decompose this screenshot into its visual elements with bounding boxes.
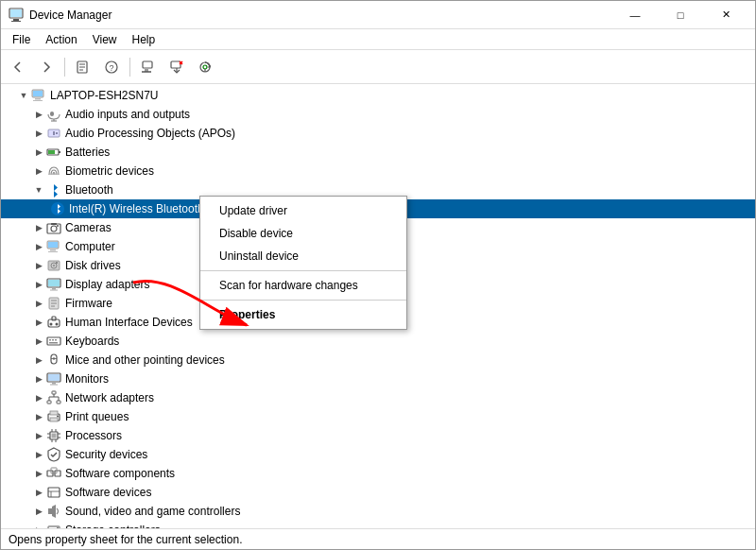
toolbar-sep-1 (64, 58, 65, 77)
properties-button[interactable] (70, 54, 96, 80)
update-driver-menu-item[interactable]: Update driver (200, 199, 406, 222)
refresh-button[interactable] (192, 54, 218, 80)
list-item[interactable]: ▶ Batteries (1, 143, 755, 162)
uninstall-device-menu-item[interactable]: Uninstall device (200, 245, 406, 267)
list-item[interactable]: ▶ Software components (1, 464, 755, 483)
expand-icon[interactable]: ▶ (31, 126, 46, 141)
menu-view[interactable]: View (85, 29, 125, 49)
item-label: Processors (65, 429, 122, 442)
list-item[interactable]: ▶ Software devices (1, 483, 755, 502)
expand-icon[interactable]: ▶ (31, 523, 46, 528)
svg-rect-79 (50, 411, 58, 415)
forward-button[interactable] (33, 54, 60, 80)
list-item[interactable]: ▶ Processors (1, 426, 755, 445)
list-item[interactable]: ▶ Security devices (1, 445, 755, 464)
tree-root[interactable]: ▼ LAPTOP-ESH2SN7U (1, 86, 755, 105)
status-bar: Opens property sheet for the current sel… (1, 528, 755, 549)
list-item[interactable]: ▶ Network adapters (1, 388, 755, 407)
root-label: LAPTOP-ESH2SN7U (50, 89, 159, 102)
bluetooth-expand-icon[interactable]: ▼ (31, 182, 46, 198)
list-item[interactable]: ▶ Audio inputs and outputs (1, 105, 755, 124)
item-label: Batteries (65, 146, 110, 159)
svg-rect-48 (52, 288, 56, 290)
svg-point-35 (51, 226, 57, 232)
svg-rect-49 (50, 290, 58, 291)
expand-icon[interactable]: ▶ (31, 258, 46, 273)
firmware-icon (46, 296, 61, 311)
scan-button[interactable] (135, 54, 162, 80)
item-label: Monitors (65, 372, 109, 386)
window-title: Device Manager (29, 9, 613, 22)
svg-rect-58 (47, 337, 60, 345)
list-item[interactable]: ▶ Biometric devices (1, 162, 755, 180)
close-button[interactable]: ✕ (704, 1, 747, 29)
svg-point-37 (57, 225, 59, 227)
expand-icon[interactable]: ▶ (31, 371, 46, 387)
expand-icon[interactable]: ▶ (31, 485, 46, 500)
network-icon (46, 390, 61, 405)
expand-icon[interactable]: ▶ (31, 428, 46, 443)
expand-icon[interactable]: ▶ (31, 296, 46, 311)
svg-rect-68 (52, 383, 56, 385)
device-manager-window: Device Manager — □ ✕ File Action View He… (0, 0, 756, 550)
item-label: Disk drives (65, 259, 121, 272)
item-label: Biometric devices (65, 164, 154, 178)
menu-action[interactable]: Action (38, 29, 84, 49)
scan-hardware-menu-item[interactable]: Scan for hardware changes (200, 274, 406, 297)
list-item[interactable]: ▶ Mice and other pointing devices (1, 351, 755, 370)
biometric-icon (46, 163, 61, 179)
svg-rect-67 (48, 374, 60, 381)
expand-icon[interactable]: ▶ (31, 466, 46, 481)
svg-rect-97 (48, 508, 52, 514)
item-label: Audio inputs and outputs (65, 108, 190, 121)
status-text: Opens property sheet for the current sel… (9, 533, 242, 546)
svg-point-44 (53, 265, 55, 266)
svg-text:?: ? (110, 63, 114, 73)
expand-icon[interactable]: ▶ (31, 220, 46, 235)
maximize-button[interactable]: □ (659, 1, 702, 29)
back-button[interactable] (5, 54, 31, 80)
expand-icon[interactable]: ▶ (31, 107, 46, 122)
item-label: Sound, video and game controllers (65, 505, 240, 518)
svg-point-57 (56, 323, 59, 326)
list-item[interactable]: ▶ Keyboards (1, 332, 755, 351)
expand-icon[interactable]: ▶ (31, 239, 46, 254)
computer-icon (31, 88, 46, 103)
hid-icon (46, 315, 61, 330)
expand-icon[interactable]: ▶ (31, 352, 46, 368)
disable-device-menu-item[interactable]: Disable device (200, 222, 406, 245)
svg-point-18 (203, 65, 207, 69)
window-controls: — □ ✕ (613, 1, 747, 29)
menu-file[interactable]: File (5, 29, 38, 49)
list-item[interactable]: ▶ Monitors (1, 370, 755, 388)
list-item[interactable]: ▶ Sound, video and game controllers (1, 502, 755, 521)
item-label: Keyboards (65, 335, 119, 348)
svg-rect-21 (35, 98, 41, 100)
expand-icon[interactable]: ▶ (31, 447, 46, 462)
expand-icon[interactable]: ▶ (31, 409, 46, 424)
bluetooth-device-label: Intel(R) Wireless Bluetooth(R) (69, 202, 219, 215)
list-item[interactable]: ▶ Storage controllers (1, 521, 755, 528)
minimize-button[interactable]: — (613, 1, 657, 29)
item-label: Storage controllers (65, 524, 161, 528)
svg-rect-3 (10, 9, 22, 17)
list-item[interactable]: ▶ Audio Processing Objects (APOs) (1, 124, 755, 143)
root-expand-icon[interactable]: ▼ (16, 88, 31, 103)
expand-icon[interactable]: ▶ (31, 315, 46, 330)
expand-icon[interactable]: ▶ (31, 390, 46, 405)
context-menu: Update driver Disable device Uninstall d… (199, 196, 407, 330)
list-item[interactable]: ▶ Print queues (1, 407, 755, 426)
item-label: Software components (65, 467, 175, 480)
properties-menu-item[interactable]: Properties (200, 303, 406, 326)
expand-icon[interactable]: ▶ (31, 334, 46, 349)
menu-help[interactable]: Help (125, 29, 163, 49)
update-button[interactable] (163, 54, 190, 80)
expand-icon[interactable]: ▶ (31, 163, 46, 179)
help-button[interactable]: ? (98, 54, 125, 80)
expand-icon[interactable]: ▶ (31, 504, 46, 519)
expand-icon[interactable]: ▶ (31, 145, 46, 160)
expand-icon[interactable]: ▶ (31, 277, 46, 292)
svg-rect-94 (48, 488, 60, 497)
item-label: Computer (65, 240, 115, 253)
audio-icon (46, 107, 61, 122)
